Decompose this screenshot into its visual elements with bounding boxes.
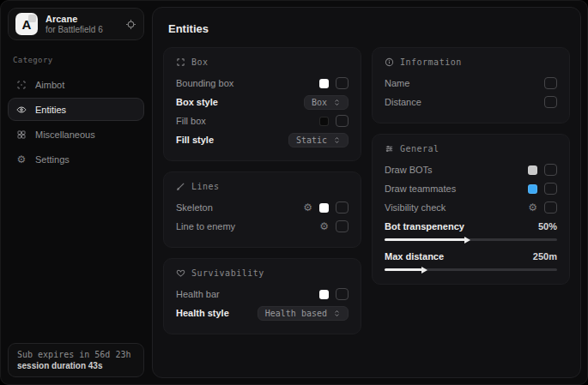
sub-expiry-text: Sub expires in 56d 23h [17,350,135,359]
sidebar-item-miscellaneous[interactable]: Miscellaneous [8,123,144,146]
setting-label: Fill box [176,116,206,126]
app-title-block: Arcane for Battlefield 6 [45,14,118,34]
panel-title: General [400,144,439,153]
skeleton-checkbox[interactable] [336,202,349,214]
fill-style-dropdown[interactable]: Static [288,133,349,147]
sidebar-item-label: Aimbot [35,80,64,90]
bounding-box-checkbox[interactable] [336,77,349,89]
page-title: Entities [168,22,570,35]
main-content: Entities Box Bounding box [152,7,581,378]
sidebar: A Arcane for Battlefield 6 Category Aimb… [1,1,151,384]
setting-row-bot-transparency: Bot transpenency 50% [385,219,557,241]
general-panel: General Draw BOTs Draw teammates [372,134,570,285]
max-distance-slider[interactable] [385,268,557,271]
draw-teammates-checkbox[interactable] [544,183,557,195]
setting-label: Bounding box [176,78,233,88]
panel-title: Box [191,57,209,67]
sidebar-item-settings[interactable]: ⚙ Settings [8,147,144,171]
setting-row-fill-box: Fill box [176,111,349,130]
setting-row-health-bar: Health bar [176,285,349,304]
chevrons-up-down-icon [333,99,341,106]
dropdown-value: Health based [265,309,327,318]
color-swatch[interactable] [319,290,329,299]
app-window: A Arcane for Battlefield 6 Category Aimb… [0,0,588,385]
health-style-dropdown[interactable]: Health based [258,306,349,321]
setting-row-distance: Distance [385,93,557,111]
line-to-enemy-checkbox[interactable] [336,220,349,232]
slider-fill [385,238,465,241]
setting-row-visibility-check: Visibility check ⚙ [385,198,557,217]
panel-title: Lines [191,182,220,191]
sliders-icon [385,144,394,153]
crop-corners-icon [176,57,185,67]
dropdown-value: Box [312,98,327,107]
setting-label: Draw teammates [385,183,456,194]
eye-scan-icon [15,105,27,115]
slider-fill [385,268,422,271]
slider-value: 50% [538,221,557,232]
setting-label: Distance [385,97,421,107]
sidebar-item-label: Entities [35,105,66,115]
color-swatch[interactable] [319,79,329,88]
grid-icon [15,129,27,140]
setting-label: Bot transpenency [385,221,464,232]
gear-icon[interactable]: ⚙ [528,202,537,213]
color-swatch[interactable] [528,184,537,194]
panel-title: Survivability [191,268,264,278]
chevrons-up-down-icon [333,310,341,317]
health-bar-checkbox[interactable] [336,288,349,300]
crosshair-icon [15,80,27,90]
setting-row-health-style: Health style Health based [176,304,349,322]
app-logo: A [15,13,38,35]
setting-label: Max distance [385,251,444,262]
setting-row-skeleton: Skeleton ⚙ [176,198,349,217]
app-subtitle: for Battlefield 6 [45,25,118,35]
panel-title: Information [400,57,462,67]
setting-label: Line to enemy [176,221,235,232]
sidebar-item-label: Miscellaneous [35,129,95,140]
gear-icon[interactable] [125,19,136,30]
gear-icon[interactable]: ⚙ [303,202,312,213]
session-duration-text: session duration 43s [17,361,135,370]
setting-row-draw-teammates: Draw teammates [385,179,557,198]
category-label: Category [13,56,144,64]
right-column: Information Name Distance [372,47,570,334]
fill-box-checkbox[interactable] [336,115,349,127]
survivability-panel: Survivability Health bar Health style [163,258,361,334]
sidebar-item-label: Settings [35,154,70,165]
setting-row-line-to-enemy: Line to enemy ⚙ [176,217,349,236]
slider-value: 250m [533,251,557,262]
box-panel: Box Bounding box Box style Box [163,47,361,161]
subscription-status-card: Sub expires in 56d 23h session duration … [8,343,144,377]
dropdown-value: Static [296,135,327,145]
box-style-dropdown[interactable]: Box [304,95,349,110]
chevrons-up-down-icon [333,136,341,144]
setting-label: Health style [176,308,229,318]
distance-checkbox[interactable] [544,96,557,108]
setting-label: Visibility check [385,202,446,213]
visibility-check-checkbox[interactable] [544,202,557,214]
left-column: Box Bounding box Box style Box [163,47,361,334]
setting-row-box-style: Box style Box [176,93,349,111]
setting-label: Health bar [176,289,220,299]
setting-row-max-distance: Max distance 250m [385,249,557,271]
setting-label: Skeleton [176,202,213,213]
gear-icon[interactable]: ⚙ [319,221,329,232]
bot-transparency-slider[interactable] [385,238,557,241]
setting-row-draw-bots: Draw BOTs [385,160,557,179]
color-swatch[interactable] [528,165,537,175]
lines-panel: Lines Skeleton ⚙ Line to enemy ⚙ [163,171,361,248]
setting-row-bounding-box: Bounding box [176,74,349,93]
draw-bots-checkbox[interactable] [544,164,557,176]
color-swatch[interactable] [319,203,329,213]
pencil-line-icon [176,182,185,191]
gear-icon: ⚙ [15,153,27,165]
setting-label: Box style [176,97,218,107]
name-checkbox[interactable] [544,77,557,89]
color-swatch[interactable] [319,117,329,126]
app-name: Arcane [45,14,118,25]
setting-label: Fill style [176,135,214,145]
sidebar-item-aimbot[interactable]: Aimbot [8,73,144,96]
setting-label: Draw BOTs [385,165,433,175]
sidebar-item-entities[interactable]: Entities [8,98,144,121]
